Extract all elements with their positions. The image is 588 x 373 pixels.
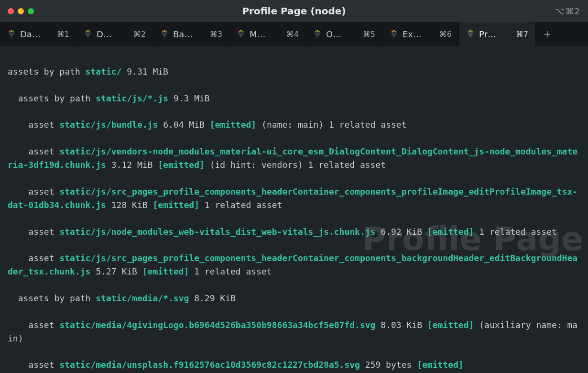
svg-point-8: [165, 31, 167, 32]
text: assets by path: [8, 293, 96, 303]
tab-label: Ex…: [403, 29, 422, 39]
svg-point-3: [86, 31, 87, 32]
vite-icon: [313, 29, 322, 39]
text: (id hint: vendors) 1 related asset: [205, 160, 386, 170]
size: 5.27 KiB: [90, 266, 142, 276]
vite-icon: [7, 29, 16, 39]
svg-point-11: [242, 31, 243, 32]
tab-bar: Da… ⌘1 D… ⌘2 Ba… ⌘3 M… ⌘4: [0, 22, 588, 46]
svg-point-20: [471, 31, 473, 32]
text: asset: [8, 227, 59, 237]
emitted-tag: [emitted]: [427, 227, 474, 237]
text: assets by path: [8, 93, 96, 103]
text: asset: [8, 320, 59, 330]
tab-2[interactable]: D… ⌘2: [76, 22, 153, 46]
terminal-output[interactable]: assets by path static/ 9.31 MiB assets b…: [0, 46, 588, 373]
tab-label: M…: [250, 29, 266, 39]
text: asset: [8, 146, 59, 156]
text: 1 related asset: [189, 266, 272, 276]
size: 6.92 KiB: [375, 227, 427, 237]
size: 8.03 KiB: [375, 320, 427, 330]
new-tab-button[interactable]: +: [535, 22, 559, 46]
text: 1 related asset: [199, 200, 282, 210]
size: 259 bytes: [360, 360, 417, 370]
tab-shortcut: ⌘2: [133, 30, 146, 39]
asset-path: static/js/src_pages_profile_components_h…: [8, 186, 577, 210]
svg-point-16: [393, 30, 394, 32]
svg-point-18: [468, 31, 469, 32]
vite-icon: [466, 29, 475, 39]
svg-point-2: [12, 31, 14, 32]
vite-icon: [389, 29, 399, 39]
text: (name: main) 1 related asset: [256, 120, 406, 130]
svg-point-15: [392, 31, 393, 32]
window-minimize-button[interactable]: [18, 8, 24, 14]
tab-5[interactable]: O… ⌘5: [306, 22, 382, 46]
svg-point-0: [9, 31, 11, 32]
vite-icon: [236, 29, 246, 39]
size: 3.12 MiB: [106, 160, 158, 170]
tab-label: D…: [97, 29, 112, 39]
tab-6[interactable]: Ex… ⌘6: [382, 22, 459, 46]
asset-path: static/: [86, 66, 122, 77]
text: asset: [8, 253, 59, 263]
size: 6.04 MiB: [158, 120, 209, 130]
tab-label: O…: [326, 29, 341, 39]
svg-point-4: [87, 30, 88, 32]
emitted-tag: [emitted]: [152, 200, 199, 210]
tab-7-active[interactable]: Pr… ⌘7: [459, 22, 535, 46]
tab-shortcut: ⌘4: [286, 30, 299, 39]
asset-path: static/media/unsplash.f9162576ac10d3569c…: [59, 360, 360, 370]
size: 128 KiB: [106, 200, 153, 210]
svg-point-19: [469, 30, 471, 32]
text: assets by path: [8, 66, 86, 77]
window-maximize-button[interactable]: [28, 8, 34, 14]
tab-shortcut: ⌘7: [516, 30, 528, 39]
vite-icon: [83, 29, 93, 39]
emitted-tag: [emitted]: [142, 266, 189, 276]
emitted-tag: [emitted]: [158, 160, 205, 170]
asset-path: static/js/bundle.js: [59, 120, 158, 130]
tab-shortcut: ⌘5: [363, 30, 375, 39]
tab-label: Da…: [20, 29, 41, 39]
tab-label: Ba…: [173, 29, 193, 39]
window-titlebar: Profile Page (node) ⌥⌘2: [0, 0, 588, 22]
asset-path: static/js/node_modules_web-vitals_dist_w…: [59, 227, 375, 237]
svg-point-7: [163, 30, 165, 32]
window-shortcut-hint: ⌥⌘2: [555, 6, 580, 16]
svg-point-14: [318, 31, 320, 32]
tab-label: Pr…: [479, 29, 496, 39]
tab-shortcut: ⌘1: [57, 30, 69, 39]
tab-3[interactable]: Ba… ⌘3: [153, 22, 229, 46]
window-close-button[interactable]: [8, 8, 14, 14]
svg-point-5: [89, 31, 90, 32]
svg-point-13: [316, 30, 318, 32]
text: asset: [8, 120, 59, 130]
emitted-tag: [emitted]: [417, 360, 464, 370]
tab-shortcut: ⌘6: [439, 30, 452, 39]
text: asset: [8, 186, 59, 197]
text: asset: [8, 360, 59, 370]
emitted-tag: [emitted]: [427, 320, 474, 330]
text: 1 related asset: [474, 227, 556, 237]
svg-point-1: [11, 30, 12, 32]
size: 8.29 KiB: [189, 293, 236, 303]
svg-point-12: [315, 31, 316, 32]
asset-path: static/media/*.svg: [96, 293, 189, 303]
asset-path: static/js/*.js: [96, 93, 168, 103]
tab-shortcut: ⌘3: [210, 30, 222, 39]
window-title: Profile Page (node): [242, 5, 346, 17]
asset-path: static/media/4givingLogo.b6964d526ba350b…: [59, 320, 375, 330]
svg-point-17: [395, 31, 396, 32]
emitted-tag: [emitted]: [210, 120, 257, 130]
tab-1[interactable]: Da… ⌘1: [0, 22, 76, 46]
vite-icon: [160, 29, 169, 39]
size: 9.31 MiB: [121, 66, 168, 77]
window-traffic-lights: [8, 8, 34, 14]
svg-point-6: [162, 31, 163, 32]
size: 9.3 MiB: [168, 93, 210, 103]
svg-point-10: [240, 30, 241, 32]
svg-point-9: [239, 31, 240, 32]
tab-4[interactable]: M… ⌘4: [229, 22, 306, 46]
